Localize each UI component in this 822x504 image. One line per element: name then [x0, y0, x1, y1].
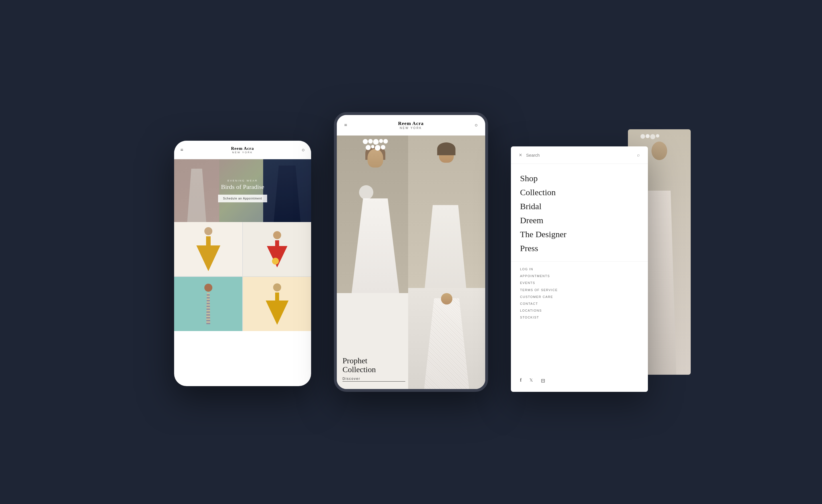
grid-cell-stripe[interactable]	[174, 277, 242, 331]
facebook-icon[interactable]: f	[520, 378, 521, 384]
menu-nav: Shop Collection Bridal Dreem The Designe…	[511, 164, 648, 262]
hero-banner: EVENING WEAR Birds of Paradise Schedule …	[174, 159, 311, 222]
secondary-locations[interactable]: LOCATIONS	[520, 307, 639, 314]
nav-item-the-designer[interactable]: The Designer	[520, 228, 639, 240]
hero-overlay: EVENING WEAR Birds of Paradise Schedule …	[174, 159, 311, 222]
brand-name-center: Reem Acra	[398, 121, 424, 126]
bridal-collage: ProphetCollection Discover	[337, 135, 485, 390]
collection-title: ProphetCollection	[343, 357, 405, 374]
brand-location-left: NEW YORK	[231, 151, 254, 154]
hero-title: Birds of Paradise	[221, 183, 264, 191]
secondary-log-in[interactable]: LOG IN	[520, 266, 639, 273]
secondary-stockist[interactable]: STOCKIST	[520, 314, 639, 321]
nav-item-press[interactable]: Press	[520, 242, 639, 255]
phone-center: ≡ Reem Acra NEW YORK ○	[334, 112, 488, 392]
brand-location-center: NEW YORK	[398, 126, 424, 129]
grid-cell-yellow[interactable]	[174, 222, 242, 276]
phone-left-header: ≡ Reem Acra NEW YORK ○	[174, 141, 311, 159]
phone-center-header: ≡ Reem Acra NEW YORK ○	[337, 115, 485, 135]
hamburger-icon-center[interactable]: ≡	[344, 122, 347, 128]
product-grid	[174, 222, 311, 331]
grid-cell-red[interactable]	[243, 222, 311, 276]
main-scene: ≡ Reem Acra NEW YORK ○ EVENING WEAR Bird…	[0, 0, 822, 504]
schedule-button[interactable]: Schedule an Appointment	[218, 195, 268, 202]
search-icon[interactable]: ⌕	[637, 152, 640, 157]
secondary-customer-care[interactable]: CUSTOMER CARE	[520, 294, 639, 300]
menu-secondary: LOG IN APPOINTMENTS EVENTS TERMS OF SERV…	[511, 262, 648, 325]
nav-item-dreem[interactable]: Dreem	[520, 214, 639, 226]
twitter-icon[interactable]: 𝕏	[529, 378, 533, 384]
menu-footer: f 𝕏 ⊟	[520, 378, 545, 384]
nav-item-shop[interactable]: Shop	[520, 172, 639, 185]
brand-name-left: Reem Acra	[231, 146, 254, 151]
secondary-events[interactable]: EVENTS	[520, 280, 639, 286]
secondary-appointments[interactable]: APPOINTMENTS	[520, 273, 639, 280]
user-icon-left[interactable]: ○	[302, 147, 305, 153]
hero-subtitle: EVENING WEAR	[228, 179, 258, 182]
menu-panel: × ⌕ Shop Collection Bridal Dreem The Des…	[511, 146, 648, 392]
search-bar	[526, 153, 633, 157]
nav-item-bridal[interactable]: Bridal	[520, 200, 639, 212]
phone-left: ≡ Reem Acra NEW YORK ○ EVENING WEAR Bird…	[174, 141, 311, 386]
grid-cell-tulle[interactable]	[243, 277, 311, 331]
close-button[interactable]: ×	[519, 152, 522, 158]
right-panel: × ⌕ Shop Collection Bridal Dreem The Des…	[511, 129, 648, 392]
secondary-terms[interactable]: TERMS OF SERVICE	[520, 287, 639, 294]
nav-item-collection[interactable]: Collection	[520, 186, 639, 199]
circle-badge	[359, 185, 373, 199]
discover-link[interactable]: Discover	[343, 377, 405, 382]
center-content: ProphetCollection Discover	[337, 135, 485, 390]
secondary-contact[interactable]: CONTACT	[520, 300, 639, 307]
hamburger-icon[interactable]: ≡	[180, 147, 183, 153]
instagram-icon[interactable]: ⊟	[541, 378, 545, 384]
menu-header: × ⌕	[511, 146, 648, 164]
search-input[interactable]	[526, 153, 633, 157]
user-icon-center[interactable]: ○	[475, 122, 478, 128]
